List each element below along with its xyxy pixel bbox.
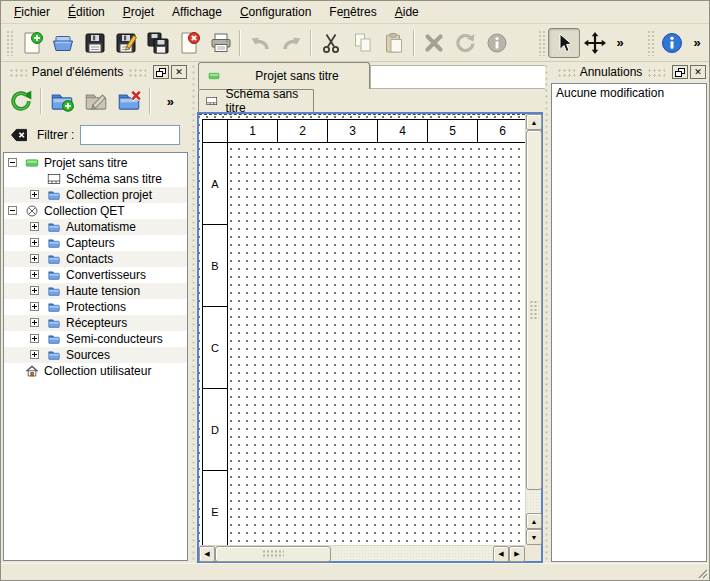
close-panel-button[interactable]: ✕ xyxy=(690,65,706,79)
tree-item-projet-sans-titre[interactable]: Projet sans titre xyxy=(4,155,187,171)
menu-aide[interactable]: Aide xyxy=(386,2,428,22)
tree-item-protections[interactable]: Protections xyxy=(4,299,187,315)
scroll-up-button-2[interactable]: ▲ xyxy=(526,513,542,529)
copy-button[interactable] xyxy=(347,28,379,58)
scroll-right-button[interactable]: ▶ xyxy=(509,546,525,562)
left-splitter[interactable] xyxy=(190,62,197,563)
expand-icon[interactable] xyxy=(30,302,39,311)
dock-grip[interactable] xyxy=(128,68,146,77)
scroll-up-icon: ▲ xyxy=(531,119,538,126)
tab-schema[interactable]: Schéma sans titre xyxy=(198,89,314,112)
tab-project[interactable]: Projet sans titre xyxy=(198,62,370,89)
move-tool-button[interactable] xyxy=(580,28,612,58)
menu-edition[interactable]: Édition xyxy=(59,2,114,22)
scroll-up-button[interactable]: ▲ xyxy=(526,114,542,130)
expand-icon[interactable] xyxy=(30,254,39,263)
menu-fichier[interactable]: Fichier xyxy=(5,2,59,22)
clear-filter-button[interactable] xyxy=(7,125,31,145)
expand-icon[interactable] xyxy=(30,334,39,343)
overflow-tools-button[interactable]: » xyxy=(611,28,629,58)
menu-affichage[interactable]: Affichage xyxy=(163,2,231,22)
menu-fenetres[interactable]: Fenêtres xyxy=(320,2,385,22)
dock-grip[interactable] xyxy=(557,68,575,77)
close-panel-button[interactable]: ✕ xyxy=(171,65,187,79)
tree-item-collection-qet[interactable]: Collection QET xyxy=(4,203,187,219)
select-tool-button[interactable] xyxy=(548,28,580,58)
tree-item-contacts[interactable]: Contacts xyxy=(4,251,187,267)
rotate-button[interactable] xyxy=(449,28,481,58)
project-tab-bar: Projet sans titre xyxy=(197,62,545,89)
scroll-up-icon: ▲ xyxy=(531,518,538,525)
expand-icon[interactable] xyxy=(30,350,39,359)
print-button[interactable] xyxy=(205,28,237,58)
tree-item-schema-sans-titre[interactable]: Schéma sans titre xyxy=(4,171,187,187)
save-button[interactable] xyxy=(79,28,111,58)
overflow-categories-button[interactable]: » xyxy=(154,85,187,117)
tree-item-capteurs[interactable]: Capteurs xyxy=(4,235,187,251)
float-panel-button[interactable] xyxy=(153,65,169,79)
delete-button[interactable] xyxy=(418,28,450,58)
collapse-icon[interactable] xyxy=(8,206,17,215)
tree-item-automatisme[interactable]: Automatisme xyxy=(4,219,187,235)
resize-grip[interactable] xyxy=(695,566,708,579)
overflow-help-button[interactable]: » xyxy=(688,28,706,58)
expand-icon[interactable] xyxy=(30,238,39,247)
copy-icon xyxy=(351,31,375,55)
paste-button[interactable] xyxy=(378,28,410,58)
tree-item-convertisseurs[interactable]: Convertisseurs xyxy=(4,267,187,283)
toolbar-handle[interactable] xyxy=(647,30,655,56)
expand-icon[interactable] xyxy=(30,190,39,199)
info-gray-icon xyxy=(485,31,509,55)
scroll-down-button[interactable]: ▼ xyxy=(526,529,542,545)
dock-grip[interactable] xyxy=(9,68,27,77)
row-header-a: A xyxy=(203,143,228,225)
expand-icon[interactable] xyxy=(30,286,39,295)
tree-item-haute-tension[interactable]: Haute tension xyxy=(4,283,187,299)
tree-item-recepteurs[interactable]: Récepteurs xyxy=(4,315,187,331)
tree-item-sources[interactable]: Sources xyxy=(4,347,187,363)
reload-collections-button[interactable] xyxy=(4,85,37,117)
open-button[interactable] xyxy=(47,28,79,58)
toolbar-handle[interactable] xyxy=(6,30,14,56)
about-qet-button[interactable] xyxy=(657,28,689,58)
tree-item-semi-conducteurs[interactable]: Semi-conducteurs xyxy=(4,331,187,347)
expand-icon[interactable] xyxy=(30,222,39,231)
tab-bar-empty-area xyxy=(370,65,545,89)
element-info-button[interactable] xyxy=(481,28,513,58)
save-all-icon xyxy=(146,31,170,55)
float-panel-button[interactable] xyxy=(672,65,688,79)
tree-item-collection-utilisateur[interactable]: Collection utilisateur xyxy=(4,363,187,379)
scroll-left-button-2[interactable]: ◀ xyxy=(493,546,509,562)
menu-configuration[interactable]: Configuration xyxy=(231,2,320,22)
vertical-scrollbar[interactable]: ▲ ▲ ▼ xyxy=(525,114,541,545)
undo-history-list[interactable]: Aucune modification xyxy=(551,83,707,562)
undo-history-item[interactable]: Aucune modification xyxy=(552,85,706,101)
save-all-button[interactable] xyxy=(142,28,174,58)
close-file-button[interactable] xyxy=(173,28,205,58)
row-header-d: D xyxy=(203,389,228,471)
undo-button[interactable] xyxy=(244,28,276,58)
new-category-button[interactable] xyxy=(45,85,78,117)
save-as-icon xyxy=(114,31,138,55)
vertical-scroll-thumb[interactable] xyxy=(526,130,542,490)
horizontal-scroll-thumb[interactable] xyxy=(215,546,331,562)
expand-icon[interactable] xyxy=(30,270,39,279)
new-document-button[interactable] xyxy=(16,28,48,58)
delete-category-button[interactable] xyxy=(112,85,145,117)
toolbar-separator xyxy=(310,30,312,56)
dock-grip[interactable] xyxy=(647,68,665,77)
expand-icon[interactable] xyxy=(30,318,39,327)
filter-input[interactable] xyxy=(80,125,180,145)
select-arrow-icon xyxy=(552,31,576,55)
menu-projet[interactable]: Projet xyxy=(114,2,163,22)
scroll-left-button[interactable]: ◀ xyxy=(199,546,215,562)
cut-button[interactable] xyxy=(315,28,347,58)
horizontal-scrollbar[interactable]: ◀ ◀ ▶ xyxy=(199,545,525,561)
redo-button[interactable] xyxy=(276,28,308,58)
schema-canvas[interactable]: 123456 ABCDE xyxy=(199,114,525,545)
tree-item-collection-projet[interactable]: Collection projet xyxy=(4,187,187,203)
save-as-button[interactable] xyxy=(110,28,142,58)
toolbar-handle[interactable] xyxy=(538,30,546,56)
collapse-icon[interactable] xyxy=(8,158,17,167)
edit-category-button[interactable] xyxy=(79,85,112,117)
